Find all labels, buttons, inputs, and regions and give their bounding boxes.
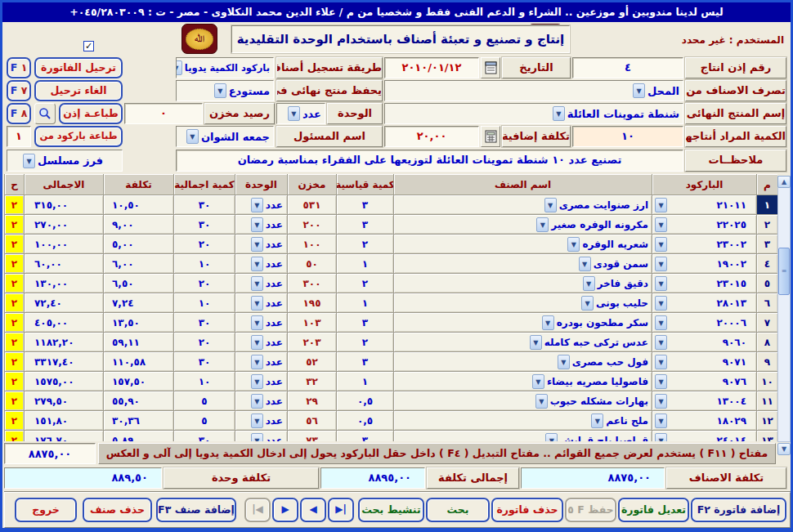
chevron-down-icon[interactable]: ▼ bbox=[655, 355, 667, 369]
barcode-cell[interactable]: ١٩٠٠٢ ▼ bbox=[652, 254, 756, 274]
item-name-cell[interactable]: مكرونه الوفره صغير ▼ bbox=[393, 215, 652, 235]
barcode-cell[interactable]: ٢١٠١١ ▼ bbox=[652, 195, 756, 215]
chevron-down-icon[interactable]: ▼ bbox=[655, 276, 667, 291]
table-row[interactable]: ١٣ ٢٤٠١٤ ▼ قراصيا بلح قرايش ▼ ٣ ٧٣ عدد ▼… bbox=[4, 431, 777, 441]
table-row[interactable]: ٤ ١٩٠٠٢ ▼ سمن قودى ▼ ١ ٥٠ عدد ▼ ١٠ ٦,٠٠ … bbox=[4, 254, 777, 274]
add-item-button[interactable]: إضافة صنف F٣ bbox=[156, 498, 236, 522]
unit-cell[interactable]: عدد ▼ bbox=[235, 254, 287, 274]
barcode-cell[interactable]: ٢٨٠١٣ ▼ bbox=[652, 293, 756, 313]
chevron-down-icon[interactable]: ▼ bbox=[655, 335, 667, 350]
total-qty-cell[interactable]: ٢٠ bbox=[173, 274, 235, 293]
table-row[interactable]: ١٠ ٩٠٧٦ ▼ فاصوليا مصريه بيضاء ▼ ١ ٣٢ عدد… bbox=[4, 372, 777, 391]
notes-field[interactable]: تصنيع عدد ١٠ شنطة تموينات العائلة لتوزيع… bbox=[176, 150, 683, 172]
std-qty-cell[interactable]: ٠,٥ bbox=[336, 411, 393, 431]
chevron-down-icon[interactable]: ▼ bbox=[545, 433, 558, 442]
chevron-down-icon[interactable]: ▼ bbox=[251, 198, 263, 212]
edit-invoice-button[interactable]: تعديل فاتورة bbox=[618, 498, 689, 522]
item-name-cell[interactable]: ارز صنوايت مصرى ▼ bbox=[393, 195, 652, 215]
unit-cell[interactable]: عدد ▼ bbox=[235, 391, 287, 411]
chevron-down-icon[interactable]: ▼ bbox=[251, 315, 263, 330]
std-qty-cell[interactable]: ٠,٥ bbox=[336, 391, 393, 411]
table-row[interactable]: ١٢ ١٨٠٢٩ ▼ ملح ناعم ▼ ٠,٥ ٥٦ عدد ▼ ٥ ٣٠,… bbox=[4, 411, 777, 431]
item-name-cell[interactable]: دقيق فاخر ▼ bbox=[393, 274, 652, 293]
std-qty-cell[interactable]: ٢ bbox=[336, 235, 393, 254]
final-product-combo[interactable]: شنطة تموينات العائلة ▼ bbox=[384, 103, 683, 124]
chevron-down-icon[interactable]: ▼ bbox=[251, 237, 263, 252]
chevron-down-icon[interactable]: ▼ bbox=[655, 374, 667, 389]
chevron-down-icon[interactable]: ▼ bbox=[542, 315, 554, 330]
sort-serial-combo[interactable]: فرز مسلسل ▼ bbox=[7, 150, 123, 172]
chevron-down-icon[interactable]: ▼ bbox=[655, 257, 667, 271]
chevron-down-icon[interactable]: ▼ bbox=[23, 154, 35, 168]
unit-cell[interactable]: عدد ▼ bbox=[235, 195, 287, 215]
chevron-down-icon[interactable]: ▼ bbox=[655, 394, 667, 409]
chevron-down-icon[interactable]: ▼ bbox=[186, 129, 199, 144]
item-name-cell[interactable]: قراصيا بلح قرايش ▼ bbox=[393, 431, 652, 441]
item-name-cell[interactable]: شعريه الوفره ▼ bbox=[393, 235, 652, 254]
chevron-down-icon[interactable]: ▼ bbox=[655, 217, 667, 232]
chevron-down-icon[interactable]: ▼ bbox=[214, 83, 226, 98]
chevron-down-icon[interactable]: ▼ bbox=[288, 106, 300, 121]
delete-invoice-button[interactable]: حذف فاتورة bbox=[491, 498, 563, 522]
chevron-down-icon[interactable]: ▼ bbox=[251, 355, 263, 369]
std-qty-cell[interactable]: ٢ bbox=[336, 333, 393, 352]
chevron-down-icon[interactable]: ▼ bbox=[655, 198, 667, 212]
dispense-from-combo[interactable]: المحل ▼ bbox=[384, 80, 683, 101]
nav-first-icon[interactable]: |◀ bbox=[244, 498, 271, 522]
item-name-cell[interactable]: فول حب مصرى ▼ bbox=[393, 352, 652, 372]
table-scrollbar[interactable] bbox=[777, 176, 791, 442]
barcode-cell[interactable]: ١٣٠٠٤ ▼ bbox=[652, 391, 756, 411]
chevron-down-icon[interactable]: ▼ bbox=[532, 374, 544, 389]
std-qty-cell[interactable]: ٢ bbox=[336, 274, 393, 293]
add-invoice-button[interactable]: إضافة فاتورة F٢ bbox=[691, 498, 786, 522]
chevron-down-icon[interactable]: ▼ bbox=[176, 60, 182, 75]
item-name-cell[interactable]: بهارات مشكله حبوب ▼ bbox=[393, 391, 652, 411]
unit-cell[interactable]: عدد ▼ bbox=[235, 215, 287, 235]
qty-to-produce-field[interactable]: ١٠ bbox=[572, 126, 683, 147]
nav-last-icon[interactable]: ▶| bbox=[328, 498, 354, 522]
unit-cell[interactable]: عدد ▼ bbox=[235, 411, 287, 431]
table-row[interactable]: ٦ ٢٨٠١٣ ▼ حليب بونى ▼ ١ ١٩٥ عدد ▼ ١٠ ٧,٢… bbox=[4, 293, 777, 313]
total-qty-cell[interactable]: ٣٠ bbox=[173, 431, 235, 441]
table-row[interactable]: ٩ ٩٠٧١ ▼ فول حب مصرى ▼ ٣ ٥٢ عدد ▼ ٣٠ ١١٠… bbox=[4, 352, 777, 372]
chevron-down-icon[interactable]: ▼ bbox=[251, 257, 263, 271]
option-checkbox[interactable]: ✓ bbox=[83, 41, 94, 51]
table-row[interactable]: ١١ ١٣٠٠٤ ▼ بهارات مشكله حبوب ▼ ٠,٥ ٢٩ عد… bbox=[4, 391, 777, 411]
print-barcode-button[interactable]: طباعة باركود من bbox=[34, 126, 123, 147]
total-qty-cell[interactable]: ٥ bbox=[173, 391, 235, 411]
std-qty-cell[interactable]: ٣ bbox=[336, 431, 393, 441]
calculator-icon[interactable] bbox=[481, 126, 500, 147]
chevron-down-icon[interactable]: ▼ bbox=[535, 394, 548, 409]
unit-cell[interactable]: عدد ▼ bbox=[235, 352, 287, 372]
table-row[interactable]: ٨ ٩٠٦٠ ▼ عدس تركى حبه كامله ▼ ٢ ٢٠٣ عدد … bbox=[4, 333, 777, 352]
std-qty-cell[interactable]: ١ bbox=[336, 254, 393, 274]
nav-prev-icon[interactable]: ◀ bbox=[300, 498, 326, 522]
chevron-down-icon[interactable]: ▼ bbox=[251, 433, 263, 442]
chevron-down-icon[interactable]: ▼ bbox=[251, 335, 263, 350]
chevron-down-icon[interactable]: ▼ bbox=[251, 276, 263, 291]
total-qty-cell[interactable]: ٢٠ bbox=[173, 333, 235, 352]
chevron-down-icon[interactable]: ▼ bbox=[544, 198, 557, 212]
chevron-down-icon[interactable]: ▼ bbox=[251, 394, 263, 409]
unit-cell[interactable]: عدد ▼ bbox=[235, 372, 287, 391]
item-name-cell[interactable]: حليب بونى ▼ bbox=[393, 293, 652, 313]
total-qty-cell[interactable]: ١٠ bbox=[173, 372, 235, 391]
total-qty-cell[interactable]: ٣٠ bbox=[173, 313, 235, 333]
chevron-down-icon[interactable]: ▼ bbox=[251, 296, 263, 311]
scrollbar-thumb[interactable]: ≡ bbox=[778, 248, 790, 295]
print-order-fkey[interactable]: F ٨ bbox=[7, 103, 31, 124]
calendar-icon[interactable] bbox=[481, 57, 500, 78]
scroll-up-icon[interactable]: ▲ bbox=[777, 176, 791, 188]
barcode-cell[interactable]: ٩٠٧١ ▼ bbox=[652, 352, 756, 372]
chevron-down-icon[interactable]: ▼ bbox=[655, 414, 667, 428]
cancel-post-button[interactable]: الغاء ترحيل bbox=[34, 80, 123, 101]
chevron-down-icon[interactable]: ▼ bbox=[579, 257, 591, 271]
extra-cost-field[interactable]: ٢٠,٠٠ bbox=[384, 126, 479, 147]
chevron-down-icon[interactable]: ▼ bbox=[530, 335, 542, 350]
chevron-down-icon[interactable]: ▼ bbox=[655, 296, 667, 311]
search-icon[interactable] bbox=[34, 103, 56, 124]
total-qty-cell[interactable]: ١٠ bbox=[173, 293, 235, 313]
std-qty-cell[interactable]: ٣ bbox=[336, 313, 393, 333]
chevron-down-icon[interactable]: ▼ bbox=[251, 374, 263, 389]
cancel-post-fkey[interactable]: F ٧ bbox=[7, 80, 31, 101]
